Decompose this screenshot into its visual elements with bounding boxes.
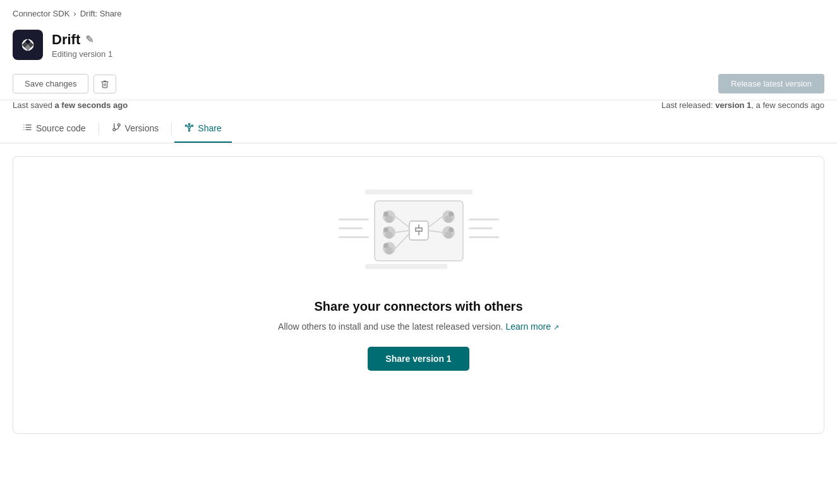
breadcrumb-current: Drift: Share [80,9,122,18]
svg-rect-21 [339,236,369,238]
share-version-button[interactable]: Share version 1 [368,347,469,371]
svg-point-30 [385,215,393,223]
toolbar-left: Save changes [13,74,116,93]
breadcrumb: Connector SDK › Drift: Share [0,0,837,25]
tab-bar: Source code Versions Share [0,115,837,143]
release-latest-button[interactable]: Release latest version [718,74,824,93]
external-link-icon: ↗ [553,323,559,331]
connector-icon [13,30,43,60]
svg-rect-20 [339,227,363,229]
tab-source-code-label: Source code [36,123,86,133]
save-changes-button[interactable]: Save changes [13,74,88,93]
svg-rect-19 [339,219,369,220]
svg-rect-23 [469,227,493,229]
tab-share[interactable]: Share [174,115,231,143]
share-title: Share your connectors with others [314,299,522,314]
svg-rect-37 [409,221,428,240]
delete-button[interactable] [93,75,116,93]
connector-name: Drift ✎ [52,32,112,48]
svg-point-33 [385,231,393,239]
last-released-meta: Last released: version 1, a few seconds … [661,100,824,110]
share-illustration [327,182,510,282]
tab-divider-1 [99,123,99,135]
breadcrumb-parent[interactable]: Connector SDK [13,9,69,18]
svg-rect-22 [469,219,499,220]
connector-header: Drift ✎ Editing version 1 [0,25,837,68]
versions-icon [112,123,121,134]
breadcrumb-separator: › [73,9,76,18]
editing-subtitle: Editing version 1 [52,49,112,59]
last-saved-meta: Last saved a few seconds ago [13,100,128,110]
svg-point-49 [445,231,452,239]
connector-title-block: Drift ✎ Editing version 1 [52,32,112,59]
meta-row: Last saved a few seconds ago Last releas… [0,100,837,115]
tab-source-code[interactable]: Source code [13,115,96,143]
edit-name-icon[interactable]: ✎ [85,33,93,45]
svg-rect-24 [469,236,499,238]
svg-point-36 [385,247,393,255]
share-card: Share your connectors with others Allow … [13,156,824,434]
svg-rect-26 [365,264,447,269]
svg-rect-25 [365,189,473,195]
main-content: Share your connectors with others Allow … [0,143,837,459]
share-icon [184,123,194,134]
tab-divider-2 [171,123,172,135]
toolbar: Save changes Release latest version [0,68,837,100]
tab-versions[interactable]: Versions [102,115,169,143]
source-code-icon [23,123,32,134]
svg-point-46 [445,215,452,223]
tab-share-label: Share [198,123,221,133]
share-description: Allow others to install and use the late… [278,321,559,332]
learn-more-link[interactable]: Learn more ↗ [505,321,558,332]
tab-versions-label: Versions [125,123,159,133]
